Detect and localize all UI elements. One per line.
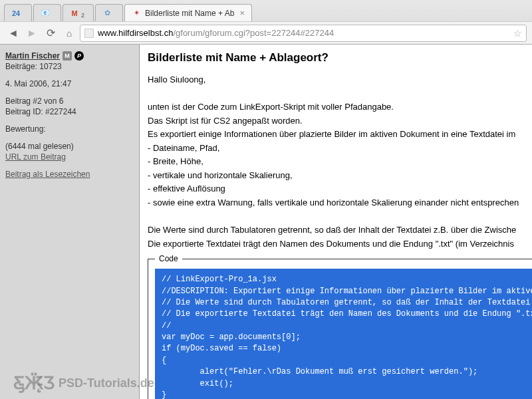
tab-badge: 2: [81, 12, 84, 19]
url-path: /gforum/gforum.cgi?post=227244#227244: [173, 28, 334, 38]
post-date: 4. Mai 2006, 21:47: [5, 79, 134, 88]
browser-tab-3[interactable]: ✿: [95, 4, 123, 21]
favicon-icon: 📧: [41, 9, 50, 18]
body-line: unten ist der Code zum LinkExport-Skript…: [148, 101, 524, 113]
body-line: Die Werte sind durch Tabulatoren getrenn…: [148, 224, 524, 236]
browser-tab-0[interactable]: 24: [4, 4, 32, 21]
close-icon[interactable]: ×: [239, 8, 245, 18]
body-line: [148, 210, 524, 222]
post-title: Bilderliste mit Name + Ablageort?: [148, 51, 524, 65]
bookmark-star-icon[interactable]: ☆: [513, 28, 522, 39]
body-line: Das Skript ist für CS2 angepaßt worden.: [148, 115, 524, 127]
browser-chrome: 24 📧 M2 ✿ ✶ Bilderliste mit Name + Ab × …: [0, 0, 532, 45]
browser-tab-active[interactable]: ✶ Bilderliste mit Name + Ab ×: [124, 4, 252, 21]
body-line: - sowie eine extra Warnung, falls vertik…: [148, 197, 524, 209]
favicon-icon: ✶: [132, 9, 141, 18]
favicon-icon: 24: [11, 9, 21, 18]
post-count: Beiträge: 10723: [5, 62, 134, 71]
post-main: Bilderliste mit Name + Ablageort? Hallo …: [140, 45, 532, 399]
tab-strip: 24 📧 M2 ✿ ✶ Bilderliste mit Name + Ab ×: [0, 0, 532, 21]
rating-label: Bewertung:: [5, 124, 134, 134]
browser-tab-2[interactable]: M2: [63, 4, 94, 21]
read-count: (6444 mal gelesen): [5, 142, 134, 151]
reload-button[interactable]: ⟳: [43, 25, 59, 41]
body-line: [148, 88, 524, 100]
code-legend: Code: [155, 254, 182, 263]
body-line: Es exportiert einige Informationen über …: [148, 128, 524, 140]
favicon-icon: ✿: [102, 9, 112, 18]
back-button[interactable]: ◄: [5, 25, 21, 41]
code-box: Code // LinkExport-Pro_1a.jsx //DESCRIPT…: [148, 259, 532, 399]
body-line: Die exportierte Textdatei trägt den Name…: [148, 238, 524, 250]
url-bar[interactable]: www.hilfdirselbst.ch/gforum/gforum.cgi?p…: [80, 25, 527, 42]
forward-button[interactable]: ►: [24, 25, 40, 41]
page-content: Martin Fischer M P Beiträge: 10723 4. Ma…: [0, 45, 532, 399]
body-line: - effektive Auflösung: [148, 183, 524, 195]
post-id: Beitrag ID: #227244: [5, 107, 134, 116]
post-body: Hallo Siuloong, unten ist der Code zum L…: [148, 74, 524, 249]
bookmark-link[interactable]: Beitrag als Lesezeichen: [5, 170, 90, 179]
post-number: Beitrag #2 von 6: [5, 96, 134, 106]
body-line: - vertikale und horizontale Skalierung,: [148, 170, 524, 182]
page-icon: [84, 29, 94, 38]
code-content[interactable]: // LinkExport-Pro_1a.jsx //DESCRIPTION: …: [155, 269, 532, 399]
author-link[interactable]: Martin Fischer: [5, 51, 60, 61]
url-host: www.hilfdirselbst.ch: [98, 28, 173, 38]
post-sidebar: Martin Fischer M P Beiträge: 10723 4. Ma…: [0, 45, 140, 399]
browser-toolbar: ◄ ► ⟳ ⌂ www.hilfdirselbst.ch/gforum/gfor…: [0, 21, 532, 44]
body-line: - Dateiname, Pfad,: [148, 142, 524, 154]
home-button[interactable]: ⌂: [61, 25, 77, 41]
gmail-icon: M: [70, 9, 79, 18]
badge-p-icon: P: [74, 51, 84, 61]
permalink[interactable]: URL zum Beitrag: [5, 152, 66, 162]
body-line: - Breite, Höhe,: [148, 156, 524, 168]
badge-m-icon: M: [63, 51, 72, 61]
tab-title: Bilderliste mit Name + Ab: [145, 9, 234, 18]
browser-tab-1[interactable]: 📧: [33, 4, 61, 21]
body-line: Hallo Siuloong,: [148, 74, 524, 86]
